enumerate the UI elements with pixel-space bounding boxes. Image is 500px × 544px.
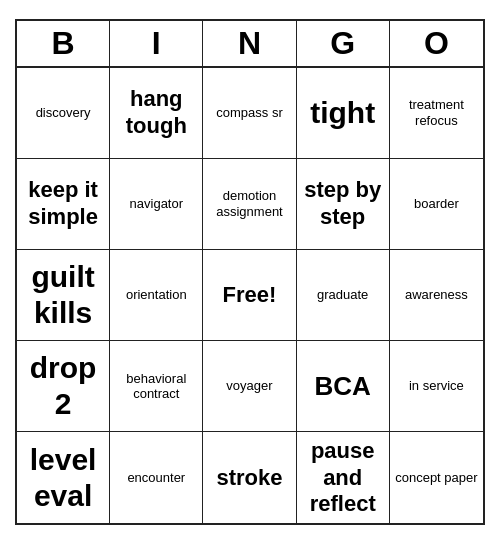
cell-text: graduate <box>317 287 368 303</box>
bingo-cell-6: navigator <box>110 159 203 250</box>
bingo-cell-2: compass sr <box>203 68 296 159</box>
cell-text: hang tough <box>114 86 198 139</box>
cell-text: level eval <box>21 442 105 514</box>
header-letter: B <box>17 21 110 66</box>
cell-text: behavioral contract <box>114 371 198 402</box>
bingo-cell-23: pause and reflect <box>297 432 390 523</box>
cell-text: discovery <box>36 105 91 121</box>
bingo-cell-3: tight <box>297 68 390 159</box>
cell-text: awareness <box>405 287 468 303</box>
bingo-grid: discoveryhang toughcompass srtighttreatm… <box>17 68 483 524</box>
bingo-cell-0: discovery <box>17 68 110 159</box>
bingo-cell-20: level eval <box>17 432 110 523</box>
cell-text: navigator <box>130 196 183 212</box>
bingo-cell-17: voyager <box>203 341 296 432</box>
header-letter: O <box>390 21 483 66</box>
cell-text: voyager <box>226 378 272 394</box>
bingo-cell-16: behavioral contract <box>110 341 203 432</box>
cell-text: BCA <box>315 371 371 402</box>
cell-text: step by step <box>301 177 385 230</box>
cell-text: keep it simple <box>21 177 105 230</box>
bingo-cell-7: demotion assignment <box>203 159 296 250</box>
cell-text: compass sr <box>216 105 282 121</box>
cell-text: Free! <box>223 282 277 308</box>
bingo-cell-12: Free! <box>203 250 296 341</box>
bingo-cell-21: encounter <box>110 432 203 523</box>
bingo-cell-19: in service <box>390 341 483 432</box>
bingo-cell-1: hang tough <box>110 68 203 159</box>
cell-text: orientation <box>126 287 187 303</box>
cell-text: drop 2 <box>21 350 105 422</box>
bingo-cell-24: concept paper <box>390 432 483 523</box>
bingo-cell-15: drop 2 <box>17 341 110 432</box>
cell-text: stroke <box>216 465 282 491</box>
bingo-cell-8: step by step <box>297 159 390 250</box>
bingo-cell-9: boarder <box>390 159 483 250</box>
bingo-cell-10: guilt kills <box>17 250 110 341</box>
bingo-cell-18: BCA <box>297 341 390 432</box>
header-letter: G <box>297 21 390 66</box>
cell-text: treatment refocus <box>394 97 479 128</box>
bingo-cell-4: treatment refocus <box>390 68 483 159</box>
cell-text: guilt kills <box>21 259 105 331</box>
header-letter: N <box>203 21 296 66</box>
header-letter: I <box>110 21 203 66</box>
bingo-card: BINGO discoveryhang toughcompass srtight… <box>15 19 485 526</box>
bingo-cell-14: awareness <box>390 250 483 341</box>
bingo-cell-11: orientation <box>110 250 203 341</box>
cell-text: pause and reflect <box>301 438 385 517</box>
bingo-cell-22: stroke <box>203 432 296 523</box>
cell-text: boarder <box>414 196 459 212</box>
cell-text: demotion assignment <box>207 188 291 219</box>
bingo-header: BINGO <box>17 21 483 68</box>
bingo-cell-13: graduate <box>297 250 390 341</box>
cell-text: concept paper <box>395 470 477 486</box>
bingo-cell-5: keep it simple <box>17 159 110 250</box>
cell-text: tight <box>310 95 375 131</box>
cell-text: in service <box>409 378 464 394</box>
cell-text: encounter <box>127 470 185 486</box>
